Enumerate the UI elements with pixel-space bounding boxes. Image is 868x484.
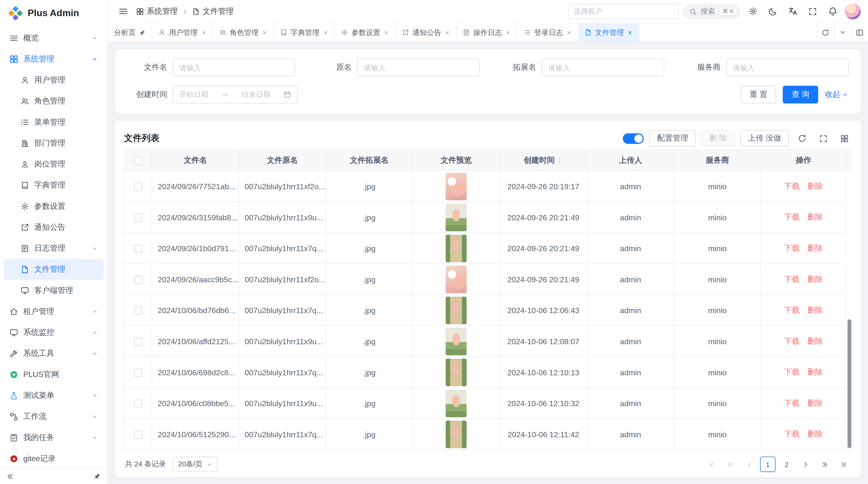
row-checkbox[interactable] [134, 306, 142, 315]
page-size-select[interactable]: 20条/页 [173, 456, 218, 472]
provider-input[interactable] [726, 59, 849, 76]
config-management-button[interactable]: 配置管理 [650, 130, 696, 147]
row-delete-link[interactable]: 删除 [807, 212, 823, 221]
tab-user-management[interactable]: 用户管理 [152, 23, 213, 41]
fast-next-button[interactable] [816, 456, 832, 472]
file-preview-image[interactable] [445, 296, 467, 324]
sidebar-item-notice[interactable]: 通知公告 [4, 217, 103, 238]
collapse-sidebar-button[interactable] [7, 473, 14, 480]
file-preview-image[interactable] [445, 234, 467, 262]
tab-menu-button[interactable] [834, 23, 851, 41]
global-search-button[interactable]: 搜索 ⌘ K [683, 4, 741, 19]
row-delete-link[interactable]: 删除 [807, 336, 823, 345]
tab-login-log[interactable]: 登录日志 [518, 23, 579, 41]
sidebar-item-tenant-management[interactable]: 租户管理 [4, 301, 103, 322]
sidebar-item-dict-management[interactable]: 字典管理 [4, 175, 103, 196]
sidebar-item-client-management[interactable]: 客户端管理 [4, 280, 103, 301]
row-delete-link[interactable]: 删除 [807, 367, 823, 376]
download-link[interactable]: 下载 [784, 336, 800, 345]
col-created[interactable]: 创建时间 [500, 150, 587, 171]
select-all-checkbox[interactable] [134, 156, 142, 165]
row-delete-link[interactable]: 删除 [807, 398, 823, 407]
upload-button[interactable]: 上传 没做 [740, 130, 789, 147]
pin-icon[interactable] [139, 29, 146, 36]
close-icon[interactable] [262, 30, 268, 35]
file-preview-image[interactable] [445, 203, 467, 231]
table-fullscreen-button[interactable] [815, 131, 831, 146]
delete-button[interactable]: 删 除 [702, 130, 735, 147]
last-page-button[interactable] [835, 456, 851, 472]
row-checkbox[interactable] [134, 368, 142, 377]
collapse-filters-link[interactable]: 收起 [825, 90, 849, 100]
sidebar-item-my-tasks[interactable]: 我的任务 [4, 427, 103, 448]
toggle-switch[interactable] [623, 133, 644, 144]
download-link[interactable]: 下载 [784, 212, 800, 221]
prev-page-button[interactable] [741, 456, 756, 472]
reset-button[interactable]: 重 置 [741, 86, 776, 103]
sidebar-item-param-settings[interactable]: 参数设置 [4, 196, 103, 217]
sidebar-item-user-management[interactable]: 用户管理 [4, 70, 103, 91]
sidebar-item-log-management[interactable]: 日志管理 [4, 238, 103, 259]
sidebar-item-department-management[interactable]: 部门管理 [4, 133, 103, 154]
tab-param-settings[interactable]: 参数设置 [335, 23, 396, 41]
file-preview-image[interactable] [445, 327, 467, 355]
fullscreen-button[interactable] [805, 4, 820, 19]
tab-notice[interactable]: 通知公告 [396, 23, 457, 41]
row-checkbox[interactable] [134, 276, 142, 284]
row-checkbox[interactable] [134, 214, 142, 222]
column-settings-button[interactable] [836, 131, 852, 146]
sidebar-item-system-tools[interactable]: 系统工具 [4, 343, 103, 364]
tab-analysis[interactable]: 分析页 [108, 23, 152, 41]
sidebar-toggle-button[interactable] [115, 4, 131, 19]
notifications-button[interactable] [825, 4, 840, 19]
pin-sidebar-button[interactable] [94, 473, 101, 480]
sidebar-item-gitee[interactable]: gitee记录 [4, 448, 103, 469]
sidebar-item-plus-website[interactable]: PLUS官网 [4, 364, 103, 385]
close-icon[interactable] [201, 30, 207, 35]
sidebar-item-menu-management[interactable]: 菜单管理 [4, 112, 103, 133]
download-link[interactable]: 下载 [784, 243, 800, 252]
row-delete-link[interactable]: 删除 [807, 305, 823, 314]
file-name-input[interactable] [173, 59, 295, 76]
tab-role-management[interactable]: 角色管理 [213, 23, 274, 41]
fast-prev-button[interactable] [722, 456, 738, 472]
settings-button[interactable] [745, 4, 761, 19]
table-scrollbar[interactable] [847, 319, 851, 448]
download-link[interactable]: 下载 [784, 398, 800, 407]
original-name-input[interactable] [357, 59, 479, 76]
close-icon[interactable] [323, 30, 329, 35]
file-preview-image[interactable] [445, 172, 467, 200]
layout-button[interactable] [851, 23, 868, 41]
row-checkbox[interactable] [134, 337, 142, 346]
page-1-button[interactable]: 1 [760, 456, 775, 472]
close-icon[interactable] [566, 30, 572, 35]
file-preview-image[interactable] [445, 420, 467, 448]
sidebar-item-workflow[interactable]: 工作流 [4, 406, 103, 427]
next-page-button[interactable] [798, 456, 813, 472]
download-link[interactable]: 下载 [784, 429, 800, 438]
refresh-table-button[interactable] [795, 131, 810, 146]
row-checkbox[interactable] [134, 245, 142, 253]
breadcrumb-item-system[interactable]: 系统管理 [136, 6, 178, 16]
language-button[interactable] [785, 4, 801, 19]
download-link[interactable]: 下载 [784, 367, 800, 376]
row-checkbox[interactable] [134, 399, 142, 408]
download-link[interactable]: 下载 [784, 305, 800, 314]
search-button[interactable]: 查 询 [783, 86, 818, 103]
tenant-select-input[interactable] [568, 4, 679, 19]
sort-icon[interactable] [556, 157, 563, 164]
row-delete-link[interactable]: 删除 [807, 274, 823, 283]
date-range-input[interactable]: 开始日期 结束日期 [173, 86, 298, 103]
breadcrumb-item-file[interactable]: 文件管理 [192, 6, 234, 16]
sidebar-item-test-menu[interactable]: 测试菜单 [4, 385, 103, 406]
tab-operation-log[interactable]: 操作日志 [457, 23, 518, 41]
theme-toggle-button[interactable] [765, 4, 780, 19]
close-icon[interactable] [444, 30, 450, 35]
download-link[interactable]: 下载 [784, 274, 800, 283]
user-avatar[interactable] [845, 3, 861, 20]
sidebar-item-post-management[interactable]: 岗位管理 [4, 154, 103, 175]
file-preview-image[interactable] [445, 265, 467, 293]
close-icon[interactable] [505, 30, 511, 35]
tab-file-management[interactable]: 文件管理 [579, 23, 640, 41]
close-icon[interactable] [627, 30, 633, 35]
